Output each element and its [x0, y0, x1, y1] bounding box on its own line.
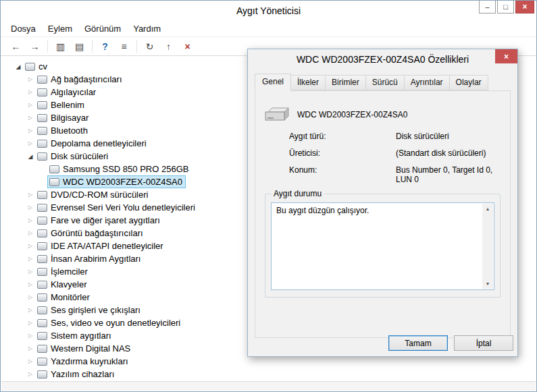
expand-arrow-icon[interactable]: ▷: [26, 307, 35, 313]
expand-arrow-icon[interactable]: ▷: [26, 320, 35, 326]
status-bar: [1, 381, 536, 391]
tree-item-label: DVD/CD-ROM sürücüleri: [51, 190, 148, 200]
tree-item-label: Samsung SSD 850 PRO 256GB: [63, 164, 188, 174]
expand-arrow-icon[interactable]: ▷: [26, 294, 35, 300]
ok-button[interactable]: Tamam: [388, 335, 448, 351]
expand-arrow-icon[interactable]: ▷: [26, 128, 35, 134]
menu-yardim[interactable]: Yardım: [127, 22, 167, 36]
tree-item-label: Yazılım cihazları: [51, 369, 114, 379]
window-controls: – □ ×: [479, 1, 534, 13]
expand-arrow-icon[interactable]: ▷: [26, 76, 35, 82]
close-icon: ×: [522, 2, 527, 11]
toolbar-separator: [136, 40, 137, 53]
window-title: Aygıt Yöneticisi: [236, 5, 301, 16]
audio-device-icon: [37, 306, 47, 314]
field-value: Disk sürücüleri: [396, 132, 449, 141]
expand-arrow-icon[interactable]: ▷: [26, 243, 35, 249]
print-queue-icon: [37, 358, 47, 366]
forward-button[interactable]: →: [26, 38, 43, 54]
tree-item-label: Depolama denetleyicileri: [51, 138, 147, 148]
device-status-textbox[interactable]: Bu aygıt düzgün çalışıyor. ▲ ▼: [271, 202, 494, 290]
device-list-button[interactable]: ≡: [116, 38, 132, 54]
expand-arrow-icon[interactable]: ◢: [26, 153, 35, 160]
nas-device-icon: [37, 345, 47, 353]
expand-arrow-icon[interactable]: ▷: [26, 256, 35, 262]
expand-arrow-icon[interactable]: ▷: [26, 333, 35, 339]
scroll-up-icon[interactable]: ▲: [482, 204, 493, 214]
computer-icon: [25, 63, 35, 71]
mouse-icon: [37, 217, 47, 225]
expand-arrow-icon[interactable]: ▷: [26, 115, 35, 121]
field-label: Üreticisi:: [289, 148, 396, 158]
maximize-button[interactable]: □: [497, 1, 514, 13]
dvd-drive-icon: [37, 191, 47, 199]
dialog-tabs: GenelİlkelerBirimlerSürücüAyrıntılarOlay…: [255, 74, 511, 90]
expand-arrow-icon[interactable]: ▷: [26, 345, 35, 352]
tab-birimler[interactable]: Birimler: [325, 75, 366, 90]
expand-arrow-icon[interactable]: ▷: [26, 140, 35, 146]
field-row: Üreticisi:(Standart disk sürücüleri): [289, 148, 510, 158]
tree-item-label: Klavyeler: [51, 279, 86, 289]
software-device-icon: [37, 370, 47, 379]
cancel-button[interactable]: İptal: [454, 335, 513, 351]
tree-item-label: Monitörler: [51, 292, 90, 302]
tab-olaylar[interactable]: Olaylar: [449, 75, 488, 90]
uninstall-device-button[interactable]: ×: [179, 38, 196, 54]
expand-arrow-icon[interactable]: ▷: [26, 281, 35, 287]
expand-arrow-icon[interactable]: ▷: [26, 358, 35, 364]
menu-eylem[interactable]: Eylem: [42, 22, 78, 36]
properties-button[interactable]: ▤: [71, 38, 88, 54]
scan-hardware-icon: ↻: [146, 41, 154, 52]
expand-arrow-icon[interactable]: ▷: [26, 230, 35, 236]
tree-item-label: Western Digital NAS: [51, 343, 130, 354]
tree-item-label: IDE ATA/ATAPI denetleyiciler: [51, 241, 163, 251]
processor-icon: [37, 268, 47, 276]
status-scrollbar[interactable]: ▲ ▼: [482, 204, 493, 289]
back-icon: ←: [11, 41, 21, 52]
expand-arrow-icon[interactable]: ▷: [26, 217, 35, 223]
console-tree-button[interactable]: ▥: [52, 38, 69, 54]
close-button[interactable]: ×: [515, 1, 534, 13]
sound-controller-icon: [37, 319, 47, 327]
scroll-down-icon[interactable]: ▼: [482, 279, 493, 289]
keyboard-icon: [37, 281, 47, 289]
tab-ayrintilar[interactable]: Ayrıntılar: [404, 75, 450, 90]
device-header: WDC WD2003FZEX-00Z4SA0: [255, 91, 510, 132]
expand-arrow-icon[interactable]: ▷: [26, 102, 35, 108]
expand-arrow-icon[interactable]: ▷: [26, 192, 35, 198]
field-value: (Standart disk sürücüleri): [396, 148, 486, 158]
tab-genel[interactable]: Genel: [255, 74, 291, 91]
menu-gorunum[interactable]: Görünüm: [78, 22, 127, 36]
title-bar: Aygıt Yöneticisi – □ ×: [1, 1, 536, 21]
expand-arrow-icon[interactable]: ▷: [26, 89, 35, 95]
forward-icon: →: [30, 41, 40, 52]
field-label: Konum:: [289, 165, 396, 184]
field-row: Konum:Bus Number 0, Target Id 0, LUN 0: [289, 165, 510, 184]
toolbar-separator: [92, 40, 93, 53]
disk-drive-icon: [49, 165, 59, 173]
tree-item-label: Ses, video ve oyun denetleyicileri: [51, 318, 180, 328]
tree-item-label: İşlemciler: [51, 267, 88, 277]
menu-dosya[interactable]: Dosya: [5, 22, 42, 36]
back-button[interactable]: ←: [7, 38, 24, 54]
tab-surucu[interactable]: Sürücü: [365, 75, 405, 90]
menu-bar: DosyaEylemGörünümYardım: [1, 21, 536, 36]
dialog-close-button[interactable]: ×: [495, 49, 517, 63]
help-button[interactable]: ?: [97, 38, 113, 54]
expand-arrow-icon[interactable]: ◢: [14, 63, 23, 70]
field-value: Bus Number 0, Target Id 0, LUN 0: [396, 165, 510, 184]
minimize-button[interactable]: –: [479, 1, 496, 13]
scan-hardware-button[interactable]: ↻: [141, 38, 158, 54]
device-manager-window: Aygıt Yöneticisi – □ × DosyaEylemGörünüm…: [0, 0, 537, 392]
expand-arrow-icon[interactable]: ▷: [26, 269, 35, 275]
tab-ilkeler[interactable]: İlkeler: [290, 75, 326, 90]
update-driver-icon: ↑: [166, 41, 171, 52]
tree-item-label: WDC WD2003FZEX-00Z4SA0: [63, 177, 182, 187]
dialog-buttons: Tamam İptal: [388, 335, 513, 351]
disk-drive-icon: [37, 152, 47, 161]
tree-item-label: Ses girişleri ve çıkışları: [51, 305, 140, 315]
expand-arrow-icon[interactable]: ▷: [26, 204, 35, 211]
expand-arrow-icon[interactable]: ▷: [26, 371, 35, 377]
tree-item-yazilim-cihazlari: ▷ Yazılım cihazları: [1, 368, 536, 381]
update-driver-button[interactable]: ↑: [160, 38, 177, 54]
